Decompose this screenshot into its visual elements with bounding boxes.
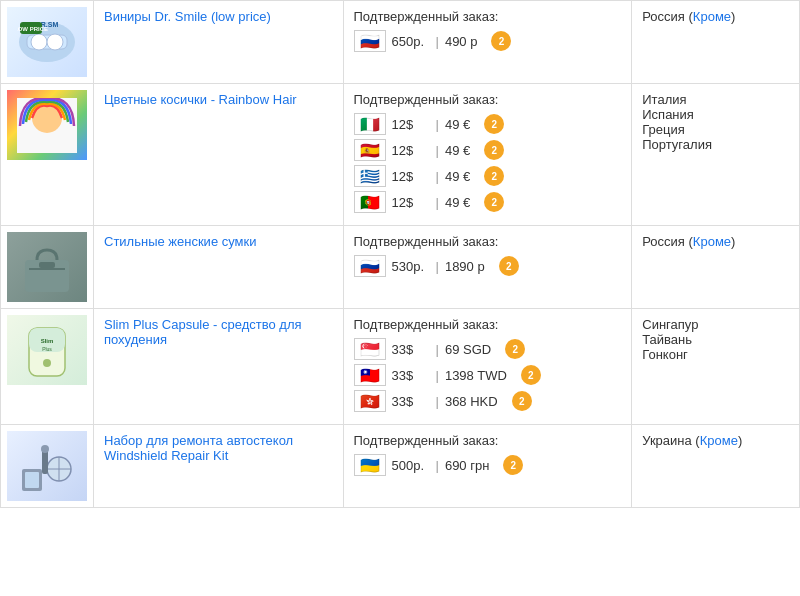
product-image-cell	[1, 425, 94, 508]
price-usd: 33$	[392, 394, 430, 409]
price-row: 🇵🇹 12$ | 49 € 2	[354, 191, 622, 213]
price-usd: 12$	[392, 143, 430, 158]
country-cell: Россия (Кроме)	[632, 1, 800, 84]
price-local: 1890 р	[445, 259, 485, 274]
product-image-cell	[1, 84, 94, 226]
svg-text:Plus: Plus	[42, 346, 52, 352]
svg-point-16	[43, 359, 51, 367]
svg-point-3	[47, 34, 63, 50]
product-image-cell: SlimPlus	[1, 309, 94, 425]
price-divider: |	[436, 259, 439, 274]
product-name-cell: Стильные женские сумки	[94, 226, 344, 309]
product-image: DR.SMLOW PRICE	[7, 7, 87, 77]
price-usd: 33$	[392, 342, 430, 357]
price-local: 69 SGD	[445, 342, 491, 357]
coin-badge: 2	[484, 114, 504, 134]
product-image	[7, 232, 87, 302]
price-usd: 33$	[392, 368, 430, 383]
product-name-cell: Цветные косички - Rainbow Hair	[94, 84, 344, 226]
product-name-cell: Набор для ремонта автостекол Windshield …	[94, 425, 344, 508]
price-row: 🇷🇺 650р. | 490 р 2	[354, 30, 622, 52]
price-local: 49 €	[445, 169, 470, 184]
price-local: 49 €	[445, 143, 470, 158]
country-cell: Украина (Кроме)	[632, 425, 800, 508]
product-image-cell	[1, 226, 94, 309]
price-row: 🇪🇸 12$ | 49 € 2	[354, 139, 622, 161]
price-row: 🇬🇷 12$ | 49 € 2	[354, 165, 622, 187]
flag-icon: 🇹🇼	[354, 364, 386, 386]
product-name-cell: Виниры Dr. Smile (low price)	[94, 1, 344, 84]
country-name: Греция	[642, 122, 789, 137]
flag-icon: 🇷🇺	[354, 255, 386, 277]
country-cell: Россия (Кроме)	[632, 226, 800, 309]
flag-icon: 🇭🇰	[354, 390, 386, 412]
product-link[interactable]: Стильные женские сумки	[104, 234, 256, 249]
price-usd: 500р.	[392, 458, 430, 473]
coin-badge: 2	[484, 192, 504, 212]
price-divider: |	[436, 368, 439, 383]
coin-badge: 2	[512, 391, 532, 411]
price-row: 🇭🇰 33$ | 368 HKD 2	[354, 390, 622, 412]
coin-badge: 2	[503, 455, 523, 475]
price-cell: Подтвержденный заказ: 🇷🇺 650р. | 490 р 2	[343, 1, 632, 84]
table-row: SlimPlusSlim Plus Capsule - средство для…	[1, 309, 800, 425]
svg-text:LOW PRICE: LOW PRICE	[17, 26, 48, 32]
confirmed-label: Подтвержденный заказ:	[354, 317, 622, 332]
country-name: Тайвань	[642, 332, 789, 347]
product-image	[7, 90, 87, 160]
price-row: 🇮🇹 12$ | 49 € 2	[354, 113, 622, 135]
country-name: Италия	[642, 92, 789, 107]
product-link[interactable]: Виниры Dr. Smile (low price)	[104, 9, 271, 24]
svg-rect-11	[39, 262, 55, 268]
price-divider: |	[436, 169, 439, 184]
country-name: Испания	[642, 107, 789, 122]
price-usd: 650р.	[392, 34, 430, 49]
svg-point-2	[31, 34, 47, 50]
product-link[interactable]: Цветные косички - Rainbow Hair	[104, 92, 297, 107]
price-row: 🇷🇺 530р. | 1890 р 2	[354, 255, 622, 277]
confirmed-label: Подтвержденный заказ:	[354, 433, 622, 448]
price-local: 1398 TWD	[445, 368, 507, 383]
price-row: 🇹🇼 33$ | 1398 TWD 2	[354, 364, 622, 386]
flag-icon: 🇪🇸	[354, 139, 386, 161]
price-divider: |	[436, 117, 439, 132]
product-image	[7, 431, 87, 501]
country-except-link[interactable]: Кроме	[700, 433, 738, 448]
coin-badge: 2	[491, 31, 511, 51]
country-except-link[interactable]: Кроме	[693, 234, 731, 249]
price-row: 🇺🇦 500р. | 690 грн 2	[354, 454, 622, 476]
product-link[interactable]: Набор для ремонта автостекол Windshield …	[104, 433, 293, 463]
country-cell: СингапурТайваньГонконг	[632, 309, 800, 425]
product-name-cell: Slim Plus Capsule - средство для похуден…	[94, 309, 344, 425]
price-divider: |	[436, 342, 439, 357]
coin-badge: 2	[499, 256, 519, 276]
table-row: Цветные косички - Rainbow HairПодтвержде…	[1, 84, 800, 226]
country-except-link[interactable]: Кроме	[693, 9, 731, 24]
svg-text:Slim: Slim	[41, 338, 54, 344]
svg-rect-10	[29, 268, 65, 270]
price-local: 690 грн	[445, 458, 489, 473]
price-cell: Подтвержденный заказ: 🇺🇦 500р. | 690 грн…	[343, 425, 632, 508]
confirmed-label: Подтвержденный заказ:	[354, 9, 622, 24]
price-divider: |	[436, 195, 439, 210]
product-image-cell: DR.SMLOW PRICE	[1, 1, 94, 84]
coin-badge: 2	[505, 339, 525, 359]
country-name: Португалия	[642, 137, 789, 152]
country-name: Россия (Кроме)	[642, 234, 789, 249]
price-usd: 12$	[392, 169, 430, 184]
country-cell: ИталияИспанияГрецияПортугалия	[632, 84, 800, 226]
flag-icon: 🇬🇷	[354, 165, 386, 187]
price-divider: |	[436, 458, 439, 473]
coin-badge: 2	[521, 365, 541, 385]
flag-icon: 🇷🇺	[354, 30, 386, 52]
flag-icon: 🇺🇦	[354, 454, 386, 476]
product-link[interactable]: Slim Plus Capsule - средство для похуден…	[104, 317, 302, 347]
price-row: 🇸🇬 33$ | 69 SGD 2	[354, 338, 622, 360]
products-table: DR.SMLOW PRICEВиниры Dr. Smile (low pric…	[0, 0, 800, 508]
price-divider: |	[436, 143, 439, 158]
price-usd: 530р.	[392, 259, 430, 274]
price-local: 49 €	[445, 117, 470, 132]
country-name: Гонконг	[642, 347, 789, 362]
price-cell: Подтвержденный заказ: 🇷🇺 530р. | 1890 р …	[343, 226, 632, 309]
country-name: Россия (Кроме)	[642, 9, 789, 24]
